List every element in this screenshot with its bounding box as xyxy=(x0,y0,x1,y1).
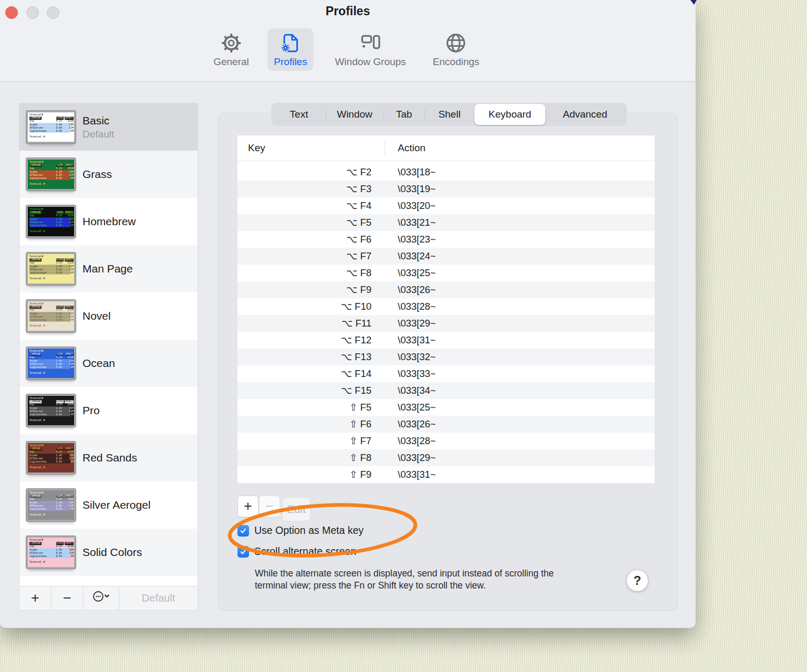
window-title: Profiles xyxy=(0,4,696,18)
remove-profile-button[interactable]: − xyxy=(51,586,84,610)
keymap-row[interactable]: ⇧ F6\033[26~ xyxy=(237,416,655,433)
profile-thumbnail: Terminal#COMMAND%CPURPRVTtop4.1%231KXcod… xyxy=(26,158,76,191)
keymap-action: \033[33~ xyxy=(398,368,436,380)
keymap-key: ⌥ F12 xyxy=(237,334,371,346)
edit-key-mapping-button[interactable]: Edit xyxy=(282,497,311,521)
keymap-row[interactable]: ⌥ F7\033[24~ xyxy=(237,248,655,265)
keymap-action: \033[28~ xyxy=(398,435,436,447)
keymap-row[interactable]: ⌥ F9\033[26~ xyxy=(237,281,655,298)
keymap-row[interactable]: ⌥ F14\033[33~ xyxy=(237,365,655,382)
toolbar-item-profiles[interactable]: Profiles xyxy=(267,28,313,71)
keymap-action: \033[20~ xyxy=(398,200,436,212)
toolbar-item-label: General xyxy=(213,56,249,68)
profile-name: Ocean xyxy=(82,357,115,370)
gear-icon xyxy=(220,30,243,56)
profile-thumbnail: Terminal#COMMAND%CPURPRVTtop4.1%231KXcod… xyxy=(26,394,76,427)
keymap-row[interactable]: ⌥ F6\033[23~ xyxy=(237,231,655,248)
tab-text[interactable]: Text xyxy=(272,104,326,125)
profile-name: Grass xyxy=(82,168,112,181)
profile-item-solid-colors[interactable]: Terminal#COMMAND%CPURPRVTtop4.1%231KXcod… xyxy=(19,529,198,576)
keymap-key: ⌥ F11 xyxy=(237,318,371,329)
profile-item-pro[interactable]: Terminal#COMMAND%CPURPRVTtop4.1%231KXcod… xyxy=(19,387,198,434)
checkbox-checked-icon xyxy=(237,525,249,537)
scroll-alternate-screen-checkbox[interactable]: Scroll alternate screen xyxy=(237,545,356,558)
tab-tab[interactable]: Tab xyxy=(384,104,425,125)
keymap-row[interactable]: ⇧ F8\033[29~ xyxy=(237,449,655,466)
add-key-mapping-button[interactable]: + xyxy=(237,496,258,517)
profile-thumbnail: Terminal#COMMAND%CPURPRVTtop4.1%231KXcod… xyxy=(26,205,76,238)
keymap-action: \033[26~ xyxy=(398,284,436,296)
more-options-button[interactable] xyxy=(84,586,119,610)
profile-thumbnail: Terminal#COMMAND%CPURPRVTtop4.1%231KXcod… xyxy=(26,489,76,521)
keymap-key: ⌥ F4 xyxy=(237,200,371,212)
column-header-key[interactable]: Key xyxy=(248,142,265,154)
profile-name: Red Sands xyxy=(82,452,137,464)
tab-window[interactable]: Window xyxy=(326,104,384,125)
checkbox-checked-icon xyxy=(237,546,249,558)
keymap-key: ⇧ F7 xyxy=(237,435,371,447)
titlebar: Profiles GeneralProfilesWindow GroupsEnc… xyxy=(0,0,696,82)
preferences-window: Profiles GeneralProfilesWindow GroupsEnc… xyxy=(0,0,696,628)
keymap-key: ⇧ F6 xyxy=(237,418,371,430)
keymap-action: \033[32~ xyxy=(398,351,436,363)
keymap-row[interactable]: ⇧ F5\033[25~ xyxy=(237,399,655,416)
profile-item-man-page[interactable]: Terminal#COMMAND%CPURPRVTtop4.1%231KXcod… xyxy=(19,245,198,292)
toolbar-item-general[interactable]: General xyxy=(207,28,255,71)
toolbar-item-encodings[interactable]: Encodings xyxy=(427,28,486,71)
tab-advanced[interactable]: Advanced xyxy=(545,104,625,125)
profile-thumbnail: Terminal#COMMAND%CPURPRVTtop4.1%231KXcod… xyxy=(26,536,76,569)
profile-thumbnail: Terminal#COMMAND%CPURPRVTtop4.1%231KXcod… xyxy=(26,300,76,332)
keymap-action: \033[23~ xyxy=(398,234,436,245)
keymap-action: \033[29~ xyxy=(398,452,436,464)
table-rows: ⌥ F2\033[18~⌥ F3\033[19~⌥ F4\033[20~⌥ F5… xyxy=(237,164,655,483)
keymap-row[interactable]: ⌥ F15\033[34~ xyxy=(237,382,655,399)
profile-item-novel[interactable]: Terminal#COMMAND%CPURPRVTtop4.1%231KXcod… xyxy=(19,292,198,340)
keymap-row[interactable]: ⌥ F12\033[31~ xyxy=(237,332,655,349)
remove-key-mapping-button[interactable]: − xyxy=(259,496,280,517)
profile-name: Man Page xyxy=(82,262,133,275)
keymap-row[interactable]: ⇧ F9\033[31~ xyxy=(237,466,655,483)
keymap-action: \033[18~ xyxy=(398,166,436,178)
profile-item-basic[interactable]: Terminal#COMMAND%CPURPRVTtop4.1%231KXcod… xyxy=(19,103,198,151)
column-divider xyxy=(385,140,385,156)
keymap-row[interactable]: ⌥ F13\033[32~ xyxy=(237,349,655,365)
keymap-key: ⌥ F8 xyxy=(237,267,371,279)
keymap-key: ⌥ F5 xyxy=(237,217,371,228)
profile-item-grass[interactable]: Terminal#COMMAND%CPURPRVTtop4.1%231KXcod… xyxy=(19,151,198,198)
keymap-row[interactable]: ⌥ F5\033[21~ xyxy=(237,214,655,231)
keymap-key: ⌥ F15 xyxy=(237,385,371,396)
checkbox-label: Scroll alternate screen xyxy=(254,545,356,558)
profile-thumbnail: Terminal#COMMAND%CPURPRVTtop4.1%231KXcod… xyxy=(26,253,76,285)
profile-item-silver-aerogel[interactable]: Terminal#COMMAND%CPURPRVTtop4.1%231KXcod… xyxy=(19,481,198,529)
help-button[interactable]: ? xyxy=(627,570,648,591)
profile-name: Solid Colors xyxy=(82,546,142,559)
profile-name: Silver Aerogel xyxy=(82,499,151,511)
profile-thumbnail: Terminal#COMMAND%CPURPRVTtop4.1%231KXcod… xyxy=(26,347,76,380)
keymap-action: \033[29~ xyxy=(398,318,436,329)
tab-keyboard[interactable]: Keyboard xyxy=(474,104,545,125)
keymap-row[interactable]: ⌥ F11\033[29~ xyxy=(237,315,655,332)
keymap-action: \033[31~ xyxy=(398,469,436,480)
keymap-key: ⌥ F3 xyxy=(237,183,371,195)
keymap-row[interactable]: ⌥ F8\033[25~ xyxy=(237,265,655,281)
profile-thumbnail: Terminal#COMMAND%CPURPRVTtop4.1%231KXcod… xyxy=(26,111,76,143)
set-default-button[interactable]: Default xyxy=(119,586,198,610)
tab-bar: TextWindowTabShellKeyboardAdvanced xyxy=(271,103,627,126)
add-profile-button[interactable]: + xyxy=(19,586,51,610)
keymap-row[interactable]: ⌥ F4\033[20~ xyxy=(237,197,655,214)
profile-item-red-sands[interactable]: Terminal#COMMAND%CPURPRVTtop4.1%231KXcod… xyxy=(19,434,198,481)
keymap-row[interactable]: ⌥ F3\033[19~ xyxy=(237,181,655,197)
toolbar-item-label: Window Groups xyxy=(335,56,406,68)
keymap-row[interactable]: ⌥ F2\033[18~ xyxy=(237,164,655,181)
use-option-as-meta-key-checkbox[interactable]: Use Option as Meta key xyxy=(237,524,364,537)
keymap-row[interactable]: ⇧ F7\033[28~ xyxy=(237,433,655,449)
profile-name: Pro xyxy=(82,404,100,417)
toolbar-item-window-groups[interactable]: Window Groups xyxy=(328,28,412,71)
profile-item-ocean[interactable]: Terminal#COMMAND%CPURPRVTtop4.1%231KXcod… xyxy=(19,340,198,387)
profile-item-homebrew[interactable]: Terminal#COMMAND%CPURPRVTtop4.1%231KXcod… xyxy=(19,198,198,245)
tab-shell[interactable]: Shell xyxy=(425,104,474,125)
keymap-key: ⌥ F6 xyxy=(237,234,371,245)
keymap-row[interactable]: ⌥ F10\033[28~ xyxy=(237,298,655,315)
column-header-action[interactable]: Action xyxy=(398,142,426,154)
profile-name: Novel xyxy=(82,310,111,322)
